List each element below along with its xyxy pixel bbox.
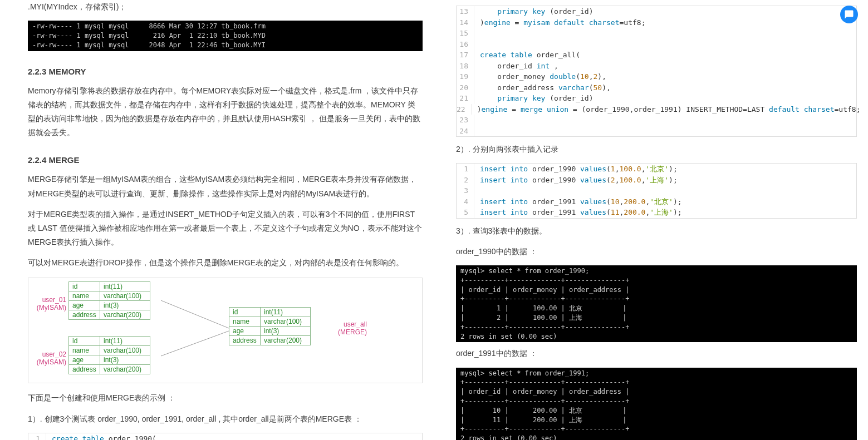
- diagram-field: id: [229, 308, 261, 317]
- code-create-1990: 1create table order_1990(2 order_id int …: [28, 433, 423, 440]
- line-number: 1: [457, 164, 474, 175]
- code-line: insert into order_1991 values(11,200.0,'…: [474, 207, 856, 218]
- diagram-field: age: [69, 355, 100, 365]
- code-line: create table order_1990(: [46, 433, 422, 440]
- merge-diagram: user_01 (MyISAM) idint(11)namevarchar(10…: [28, 278, 423, 383]
- code-line: )engine = myisam default charset=utf8;: [474, 17, 856, 28]
- code-line: insert into order_1991 values(10,200.0,'…: [474, 196, 856, 207]
- p-step1: 1）. 创建3个测试表 order_1990, order_1991, orde…: [28, 412, 423, 426]
- line-number: 4: [457, 196, 474, 207]
- code-line: primary key (order_id): [474, 93, 856, 104]
- line-number: 18: [457, 61, 474, 72]
- p-memory: Memory存储引擎将表的数据存放在内存中。每个MEMORY表实际对应一个磁盘文…: [28, 84, 423, 140]
- p-merge-2: 对于MERGE类型表的插入操作，是通过INSERT_METHOD子句定义插入的表…: [28, 207, 423, 250]
- code-line: create table order_all(: [474, 50, 856, 61]
- line-number: 13: [457, 6, 474, 17]
- diagram-type: varchar(100): [261, 317, 311, 327]
- diagram-field: id: [69, 337, 100, 346]
- diagram-field: name: [69, 346, 100, 355]
- p-example: 下面是一个创建和使用MERGE表的示例 ：: [28, 391, 423, 405]
- terminal-ls: -rw-rw---- 1 mysql mysql 8666 Mar 30 12:…: [28, 21, 423, 51]
- diagram-type: int(11): [100, 337, 150, 346]
- line-number: 15: [457, 28, 474, 39]
- heading-memory: 2.2.3 MEMORY: [28, 67, 423, 76]
- code-line: [474, 126, 856, 137]
- assistant-float-button[interactable]: [840, 6, 858, 23]
- line-number: 3: [457, 185, 474, 196]
- line-number: 14: [457, 17, 474, 28]
- p-step2: 2）. 分别向两张表中插入记录: [456, 142, 857, 156]
- diagram-field: age: [229, 327, 261, 336]
- diagram-field: address: [69, 310, 100, 320]
- line-number: 21: [457, 93, 474, 104]
- diagram-label-user02: user_02 (MyISAM): [33, 350, 66, 366]
- line-number: 16: [457, 39, 474, 50]
- diagram-type: int(3): [100, 301, 150, 310]
- diagram-type: int(11): [100, 282, 150, 291]
- diagram-type: int(3): [261, 327, 311, 336]
- myi-line: .MYI(MYIndex，存储索引)；: [28, 0, 423, 14]
- diagram-table-user01: idint(11)namevarchar(100)ageint(3)addres…: [68, 281, 150, 320]
- diagram-field: address: [69, 365, 100, 374]
- code-line: primary key (order_id): [474, 6, 856, 17]
- p-step3: 3）. 查询3张表中的数据。: [456, 224, 857, 238]
- diagram-field: name: [229, 317, 261, 327]
- chat-icon: [844, 9, 854, 19]
- code-line: insert into order_1990 values(1,100.0,'北…: [474, 164, 856, 175]
- diagram-type: varchar(200): [261, 336, 311, 345]
- diagram-table-user02: idint(11)namevarchar(100)ageint(3)addres…: [68, 336, 150, 374]
- diagram-field: age: [69, 301, 100, 310]
- right-column: 13 primary key (order_id)14)engine = myi…: [456, 0, 857, 440]
- line-number: 19: [457, 71, 474, 82]
- diagram-type: varchar(100): [100, 291, 150, 301]
- diagram-field: name: [69, 291, 100, 301]
- code-line: insert into order_1990 values(2,100.0,'上…: [474, 175, 856, 186]
- line-number: 2: [457, 175, 474, 186]
- code-line: [474, 39, 856, 50]
- line-number: 24: [457, 126, 474, 137]
- code-insert: 1insert into order_1990 values(1,100.0,'…: [456, 163, 857, 219]
- line-number: 17: [457, 50, 474, 61]
- left-column: .MYI(MYIndex，存储索引)； -rw-rw---- 1 mysql m…: [28, 0, 423, 440]
- diagram-table-userall: idint(11)namevarchar(100)ageint(3)addres…: [229, 307, 311, 345]
- code-create-continued: 13 primary key (order_id)14)engine = myi…: [456, 6, 857, 137]
- diagram-type: int(11): [261, 308, 311, 317]
- terminal-1991: mysql> select * from order_1991; +------…: [456, 368, 857, 440]
- diagram-field: address: [229, 336, 261, 345]
- diagram-type: int(3): [100, 355, 150, 365]
- code-line: [474, 28, 856, 39]
- code-line: order_address varchar(50),: [474, 82, 856, 93]
- code-line: [474, 185, 856, 196]
- diagram-label-userall: user_all (MERGE): [338, 320, 367, 336]
- code-line: order_id int ,: [474, 61, 856, 72]
- diagram-field: id: [69, 282, 100, 291]
- code-line: order_money double(10,2),: [474, 71, 856, 82]
- diagram-type: varchar(100): [100, 346, 150, 355]
- code-line: )engine = merge union = (order_1990,orde…: [472, 104, 861, 115]
- line-number: 5: [457, 207, 474, 218]
- svg-line-0: [161, 300, 229, 328]
- p-merge-1: MERGE存储引擎是一组MyISAM表的组合，这些MyISAM表必须结构完全相同…: [28, 172, 423, 200]
- diagram-type: varchar(200): [100, 365, 150, 374]
- terminal-1990: mysql> select * from order_1990; +------…: [456, 265, 857, 342]
- line-number: 22: [457, 104, 472, 115]
- heading-merge: 2.2.4 MERGE: [28, 155, 423, 165]
- diagram-label-user01: user_01 (MyISAM): [33, 296, 66, 312]
- p-merge-3: 可以对MERGE表进行DROP操作，但是这个操作只是删除MERGE表的定义，对内…: [28, 256, 423, 270]
- line-number: 1: [28, 433, 46, 440]
- diagram-type: varchar(200): [100, 310, 150, 320]
- p-1991-label: order_1991中的数据 ：: [456, 347, 857, 360]
- line-number: 20: [457, 82, 474, 93]
- line-number: 23: [457, 115, 474, 126]
- p-1990-label: order_1990中的数据 ：: [456, 245, 857, 259]
- code-line: [474, 115, 856, 126]
- svg-line-1: [161, 331, 229, 356]
